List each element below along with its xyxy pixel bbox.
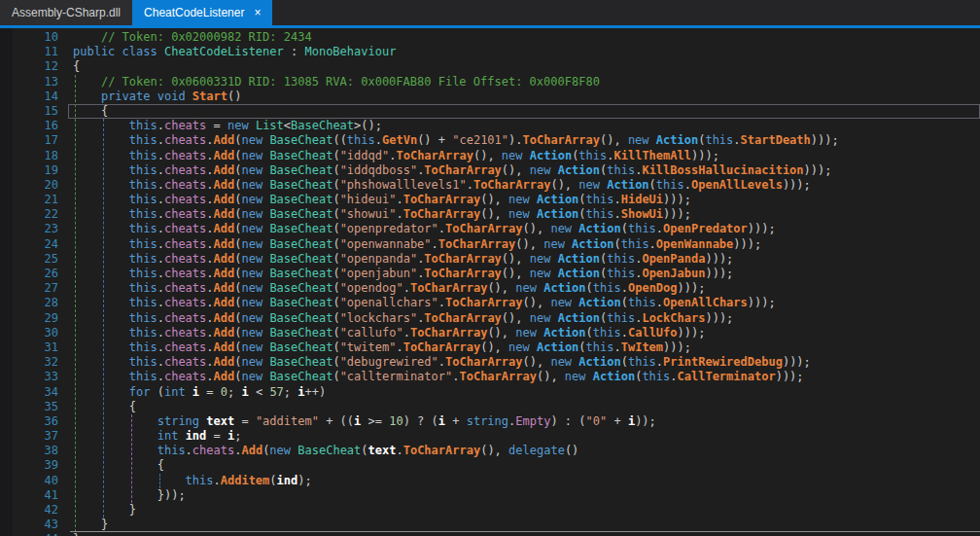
code-text: } — [58, 518, 108, 532]
tab-label: Assembly-CSharp.dll — [12, 6, 121, 19]
close-icon[interactable]: × — [254, 7, 261, 18]
code-text: this.cheats.Add(new BaseCheat("openpreda… — [58, 222, 776, 236]
code-line[interactable]: 23 this.cheats.Add(new BaseCheat("openpr… — [0, 222, 980, 236]
tab-assembly-csharp[interactable]: Assembly-CSharp.dll — [0, 0, 132, 25]
line-number[interactable]: 22 — [0, 207, 58, 222]
code-line[interactable]: 18 this.cheats.Add(new BaseCheat("iddqd"… — [0, 149, 980, 163]
code-line[interactable]: 11public class CheatCodeListener : MonoB… — [0, 45, 980, 59]
code-text: this.cheats.Add(new BaseCheat("opendog".… — [58, 281, 705, 296]
code-text: this.cheats.Add(new BaseCheat("lockchars… — [58, 311, 733, 326]
code-line[interactable]: 19 this.cheats.Add(new BaseCheat("iddqdb… — [0, 163, 980, 178]
line-number[interactable]: 30 — [0, 326, 58, 340]
line-number[interactable]: 40 — [0, 474, 58, 488]
code-line[interactable]: 15 { — [0, 104, 980, 119]
code-text: { — [58, 104, 108, 119]
line-number[interactable]: 25 — [0, 252, 58, 267]
code-text: this.cheats.Add(new BaseCheat("iddqd".To… — [58, 149, 719, 163]
code-text: { — [58, 59, 80, 74]
line-number[interactable]: 23 — [0, 222, 58, 236]
line-number[interactable]: 37 — [0, 429, 58, 444]
line-number[interactable]: 27 — [0, 281, 58, 296]
code-text: this.cheats.Add(new BaseCheat("openpanda… — [58, 252, 733, 267]
code-line[interactable]: 16 this.cheats = new List<BaseCheat>(); — [0, 119, 980, 133]
code-line[interactable]: 21 this.cheats.Add(new BaseCheat("hideui… — [0, 193, 980, 207]
code-line[interactable]: 37 int ind = i; — [0, 429, 980, 444]
code-line[interactable]: 24 this.cheats.Add(new BaseCheat("openwa… — [0, 237, 980, 252]
line-number[interactable]: 19 — [0, 163, 58, 178]
tab-cheatcodelistener[interactable]: CheatCodeListener × — [132, 0, 272, 25]
code-text: this.cheats.Add(new BaseCheat((this.GetV… — [58, 133, 839, 148]
line-number[interactable]: 15 — [0, 104, 58, 119]
line-number[interactable]: 28 — [0, 296, 58, 310]
line-number[interactable]: 16 — [0, 119, 58, 133]
code-text: this.cheats.Add(new BaseCheat(text.ToCha… — [58, 444, 578, 458]
code-text: this.cheats.Add(new BaseCheat("callufo".… — [58, 326, 705, 340]
line-number[interactable]: 44 — [0, 532, 58, 536]
code-line[interactable]: 40 this.Additem(ind); — [0, 474, 980, 488]
line-number[interactable]: 43 — [0, 518, 58, 532]
code-line[interactable]: 28 this.cheats.Add(new BaseCheat("openal… — [0, 296, 980, 310]
code-line[interactable]: 41 })); — [0, 488, 980, 503]
code-line[interactable]: 44} — [0, 532, 980, 536]
code-text: } — [58, 503, 136, 518]
code-text: { — [58, 400, 136, 414]
code-text: { — [58, 458, 164, 473]
code-line[interactable]: 20 this.cheats.Add(new BaseCheat("phshow… — [0, 178, 980, 193]
code-line[interactable]: 22 this.cheats.Add(new BaseCheat("showui… — [0, 207, 980, 222]
code-text: this.cheats.Add(new BaseCheat("phshowall… — [58, 178, 811, 193]
code-line[interactable]: 27 this.cheats.Add(new BaseCheat("opendo… — [0, 281, 980, 296]
code-line[interactable]: 32 this.cheats.Add(new BaseCheat("debugr… — [0, 355, 980, 370]
line-number[interactable]: 38 — [0, 444, 58, 458]
code-line[interactable]: 17 this.cheats.Add(new BaseCheat((this.G… — [0, 133, 980, 148]
line-number[interactable]: 20 — [0, 178, 58, 193]
code-text: this.cheats.Add(new BaseCheat("hideui".T… — [58, 193, 691, 207]
document-tabbar: Assembly-CSharp.dll CheatCodeListener × — [0, 0, 980, 25]
code-text: this.Additem(ind); — [58, 474, 312, 488]
line-number[interactable]: 31 — [0, 340, 58, 355]
line-number[interactable]: 12 — [0, 59, 58, 74]
line-number[interactable]: 10 — [0, 30, 58, 45]
line-number[interactable]: 26 — [0, 267, 58, 281]
code-text: int ind = i; — [58, 429, 241, 444]
code-line[interactable]: 10 // Token: 0x02000982 RID: 2434 — [0, 30, 980, 45]
line-number[interactable]: 14 — [0, 89, 58, 104]
line-number[interactable]: 42 — [0, 503, 58, 518]
code-line[interactable]: 38 this.cheats.Add(new BaseCheat(text.To… — [0, 444, 980, 458]
code-line[interactable]: 31 this.cheats.Add(new BaseCheat("twitem… — [0, 340, 980, 355]
code-line[interactable]: 29 this.cheats.Add(new BaseCheat("lockch… — [0, 311, 980, 326]
code-line[interactable]: 36 string text = "additem" + ((i >= 10) … — [0, 414, 980, 429]
line-number[interactable]: 17 — [0, 133, 58, 148]
code-text: })); — [58, 488, 186, 503]
line-number[interactable]: 11 — [0, 45, 58, 59]
line-number[interactable]: 41 — [0, 488, 58, 503]
line-number[interactable]: 36 — [0, 414, 58, 429]
line-number[interactable]: 35 — [0, 400, 58, 414]
line-number[interactable]: 33 — [0, 370, 58, 384]
code-text: this.cheats.Add(new BaseCheat("openallch… — [58, 296, 776, 310]
code-line[interactable]: 13 // Token: 0x0600331D RID: 13085 RVA: … — [0, 75, 980, 89]
code-text: } — [58, 532, 80, 536]
line-number[interactable]: 29 — [0, 311, 58, 326]
line-number[interactable]: 13 — [0, 75, 58, 89]
line-number[interactable]: 34 — [0, 385, 58, 400]
code-line[interactable]: 43 } — [0, 518, 980, 532]
code-line[interactable]: 35 { — [0, 400, 980, 414]
code-line[interactable]: 34 for (int i = 0; i < 57; i++) — [0, 385, 980, 400]
code-line[interactable]: 39 { — [0, 458, 980, 473]
line-number[interactable]: 18 — [0, 149, 58, 163]
code-text: public class CheatCodeListener : MonoBeh… — [58, 45, 396, 59]
code-text: string text = "additem" + ((i >= 10) ? (… — [58, 414, 656, 429]
code-line[interactable]: 14 private void Start() — [0, 89, 980, 104]
line-number[interactable]: 24 — [0, 237, 58, 252]
code-line[interactable]: 25 this.cheats.Add(new BaseCheat("openpa… — [0, 252, 980, 267]
line-number[interactable]: 21 — [0, 193, 58, 207]
code-editor[interactable]: 10 // Token: 0x02000982 RID: 243411publi… — [0, 28, 980, 536]
code-line[interactable]: 26 this.cheats.Add(new BaseCheat("openja… — [0, 267, 980, 281]
code-line[interactable]: 30 this.cheats.Add(new BaseCheat("calluf… — [0, 326, 980, 340]
code-line[interactable]: 33 this.cheats.Add(new BaseCheat("callte… — [0, 370, 980, 384]
line-number[interactable]: 39 — [0, 458, 58, 473]
line-number[interactable]: 32 — [0, 355, 58, 370]
code-line[interactable]: 42 } — [0, 503, 980, 518]
code-line[interactable]: 12{ — [0, 59, 980, 74]
code-text: this.cheats.Add(new BaseCheat("iddqdboss… — [58, 163, 831, 178]
